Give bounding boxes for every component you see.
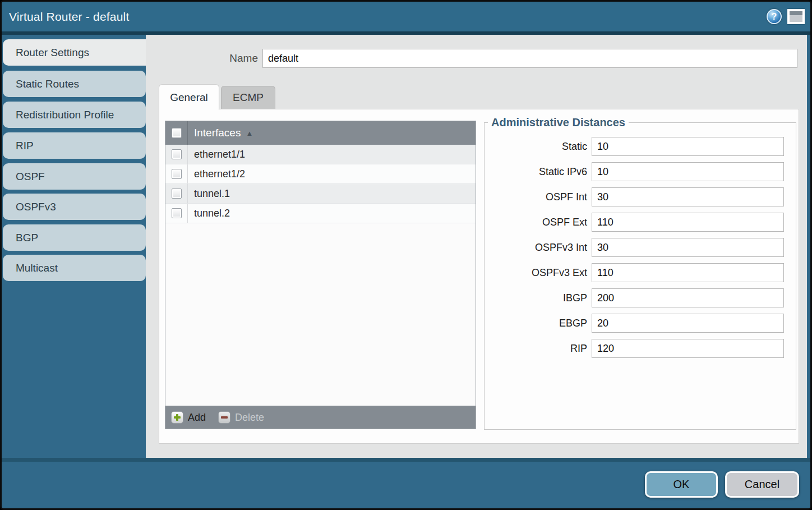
ok-button[interactable]: OK [645, 471, 718, 498]
sidebar-item-label: OSPF [16, 171, 45, 183]
ospf-int-input[interactable] [592, 187, 784, 206]
sidebar-item-multicast[interactable]: Multicast [3, 255, 146, 281]
name-row: Name [146, 49, 797, 68]
interface-name: tunnel.1 [188, 188, 230, 200]
name-input[interactable] [262, 49, 797, 68]
interface-name: ethernet1/1 [188, 149, 245, 160]
cancel-button[interactable]: Cancel [725, 471, 799, 498]
sidebar-item-label: Multicast [16, 262, 58, 274]
ebgp-input[interactable] [592, 314, 784, 333]
sidebar-item-ospf[interactable]: OSPF [3, 163, 146, 190]
tab-general[interactable]: General [159, 84, 219, 110]
add-button[interactable]: Add [171, 411, 206, 424]
form-row: OSPFv3 Ext [485, 263, 796, 282]
virtual-router-dialog: Virtual Router - default ? Router Settin… [0, 0, 812, 510]
add-icon [171, 411, 183, 424]
sidebar-item-ospfv3[interactable]: OSPFv3 [3, 194, 146, 220]
general-tab-panel: Interfaces ▲ ethernet1/1 ethernet1/2 tun… [159, 109, 799, 444]
content-panel: Name General ECMP Interfaces ▲ [146, 35, 807, 458]
delete-button-label: Delete [235, 412, 264, 424]
table-row[interactable]: tunnel.1 [165, 184, 476, 204]
delete-button[interactable]: Delete [218, 411, 264, 424]
ibgp-label: IBGP [485, 292, 587, 304]
form-row: EBGP [485, 314, 796, 333]
tab-ecmp[interactable]: ECMP [221, 86, 275, 109]
interfaces-column-header[interactable]: Interfaces ▲ [188, 127, 253, 139]
rip-input[interactable] [592, 339, 784, 358]
table-row[interactable]: ethernet1/2 [165, 164, 476, 184]
add-button-label: Add [188, 412, 206, 424]
select-all-cell [165, 121, 188, 145]
table-row[interactable]: tunnel.2 [165, 204, 476, 223]
sidebar-item-rip[interactable]: RIP [3, 132, 146, 159]
table-empty-area [165, 223, 476, 406]
ospfv3-int-input[interactable] [592, 238, 784, 257]
ospfv3-ext-input[interactable] [592, 263, 784, 282]
maximize-window-icon-inner [790, 11, 802, 22]
sidebar-item-static-routes[interactable]: Static Routes [3, 71, 146, 97]
ospf-ext-label: OSPF Ext [485, 217, 587, 228]
row-checkbox[interactable] [172, 208, 182, 218]
administrative-distances-legend: Administrative Distances [488, 116, 629, 129]
select-all-checkbox[interactable] [172, 128, 182, 138]
table-row[interactable]: ethernet1/1 [165, 145, 476, 164]
dialog-titlebar: Virtual Router - default [2, 2, 810, 35]
dialog-title: Virtual Router - default [2, 10, 130, 24]
delete-icon [218, 411, 230, 424]
sidebar-item-label: OSPFv3 [16, 201, 56, 213]
interfaces-table-header: Interfaces ▲ [165, 121, 476, 145]
form-row: IBGP [485, 288, 796, 307]
sidebar-item-bgp[interactable]: BGP [3, 224, 146, 251]
ospfv3-int-label: OSPFv3 Int [485, 242, 587, 254]
sidebar-item-label: RIP [16, 140, 34, 152]
table-footer: Add Delete [165, 406, 476, 429]
ibgp-input[interactable] [592, 288, 784, 307]
row-check-cell [165, 184, 188, 203]
row-checkbox[interactable] [172, 189, 182, 199]
sort-ascending-icon: ▲ [246, 130, 253, 137]
sidebar-item-label: BGP [16, 232, 38, 244]
form-row: RIP [485, 339, 796, 358]
titlebar-icons: ? [767, 2, 805, 31]
interface-name: ethernet1/2 [188, 168, 245, 180]
row-check-cell [165, 164, 188, 183]
ebgp-label: EBGP [485, 318, 587, 329]
name-label: Name [229, 49, 258, 68]
form-row: OSPFv3 Int [485, 238, 796, 257]
ospf-int-label: OSPF Int [485, 191, 587, 203]
interface-name: tunnel.2 [188, 208, 230, 219]
row-check-cell [165, 145, 188, 164]
sidebar-item-label: Static Routes [16, 78, 79, 90]
maximize-window-icon[interactable] [787, 9, 805, 24]
row-checkbox[interactable] [172, 169, 182, 179]
form-row: OSPF Int [485, 187, 796, 206]
form-row: Static IPv6 [485, 162, 796, 181]
static-ipv6-input[interactable] [592, 162, 784, 181]
sidebar-item-label: Router Settings [16, 47, 89, 59]
ospfv3-ext-label: OSPFv3 Ext [485, 267, 587, 279]
administrative-distances-fieldset: Administrative Distances Static Static I… [484, 116, 796, 430]
sidebar-item-router-settings[interactable]: Router Settings [3, 39, 150, 66]
static-label: Static [485, 141, 587, 153]
sidebar-item-label: Redistribution Profile [16, 109, 114, 121]
row-check-cell [165, 204, 188, 223]
interfaces-column-label: Interfaces [194, 127, 241, 139]
form-row: Static [485, 137, 796, 156]
static-ipv6-label: Static IPv6 [485, 166, 587, 178]
sidebar-item-redistribution-profile[interactable]: Redistribution Profile [3, 102, 146, 128]
interfaces-table: Interfaces ▲ ethernet1/1 ethernet1/2 tun… [165, 121, 476, 429]
rip-label: RIP [485, 343, 587, 355]
form-row: OSPF Ext [485, 213, 796, 232]
help-icon[interactable]: ? [767, 9, 782, 24]
ospf-ext-input[interactable] [592, 213, 784, 232]
dialog-action-bar: OK Cancel [2, 458, 810, 508]
static-input[interactable] [592, 137, 784, 156]
row-checkbox[interactable] [172, 149, 182, 159]
